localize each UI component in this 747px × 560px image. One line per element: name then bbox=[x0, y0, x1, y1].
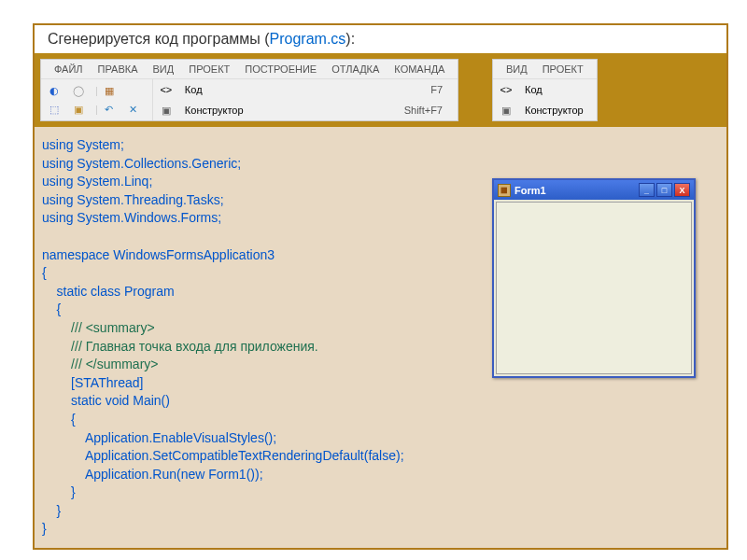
toolbar-row: ФАЙЛ ПРАВКА ВИД ПРОЕКТ ПОСТРОЕНИЕ ОТЛАДК… bbox=[35, 53, 726, 127]
new-file-icon[interactable]: ▦ bbox=[102, 83, 117, 98]
rtab-view[interactable]: ВИД bbox=[499, 62, 535, 77]
menu-code-shortcut: F7 bbox=[430, 84, 452, 95]
right-menu-box: ВИД ПРОЕКТ <> Код ▣ Конструктор bbox=[492, 59, 598, 121]
left-menu-box: ФАЙЛ ПРАВКА ВИД ПРОЕКТ ПОСТРОЕНИЕ ОТЛАДК… bbox=[40, 59, 458, 121]
title-text: Сгенерируется код программы ( bbox=[48, 31, 270, 47]
menu-code-label: Код bbox=[179, 82, 208, 97]
code-line: Application.SetCompatibleTextRenderingDe… bbox=[42, 448, 404, 463]
rcode-icon: <> bbox=[499, 82, 514, 97]
code-comment: /// <summary> bbox=[42, 320, 155, 335]
title-filename: Program.cs bbox=[270, 31, 346, 47]
code-line: } bbox=[42, 521, 47, 536]
code-line: Application.EnableVisualStyles(); bbox=[42, 430, 276, 445]
code-line: static void Main() bbox=[42, 393, 170, 408]
menu-item-designer[interactable]: ▣ Конструктор Shift+F7 bbox=[153, 100, 458, 120]
designer-icon: ▣ bbox=[159, 103, 174, 118]
code-line: using System.Threading.Tasks; bbox=[42, 192, 224, 207]
tab-file[interactable]: ФАЙЛ bbox=[47, 62, 91, 77]
code-line: using System.Linq; bbox=[42, 174, 152, 189]
code-line: { bbox=[42, 301, 61, 316]
rtab-project[interactable]: ПРОЕКТ bbox=[535, 62, 591, 77]
right-menu-tabs: ВИД ПРОЕКТ bbox=[493, 60, 597, 79]
tab-edit[interactable]: ПРАВКА bbox=[91, 62, 146, 77]
code-line: using System; bbox=[42, 137, 124, 152]
code-icon: <> bbox=[159, 82, 174, 97]
redo-icon[interactable]: ✕ bbox=[126, 102, 141, 117]
tab-team[interactable]: КОМАНДА bbox=[387, 62, 452, 77]
code-line: [STAThread] bbox=[42, 375, 143, 390]
open-icon[interactable]: ▣ bbox=[71, 102, 86, 117]
code-comment: /// Главная точка входа для приложения. bbox=[42, 339, 318, 354]
code-line: Application.Run(new Form1()); bbox=[42, 467, 263, 482]
menu-designer-shortcut: Shift+F7 bbox=[404, 105, 452, 116]
rdesigner-icon: ▣ bbox=[499, 103, 514, 118]
rmenu-designer-label: Конструктор bbox=[519, 103, 589, 118]
form-title-text: Form1 bbox=[514, 185, 546, 196]
nav-back-icon[interactable]: ◐ bbox=[47, 83, 62, 98]
code-line: } bbox=[42, 503, 61, 518]
menu-item-code[interactable]: <> Код F7 bbox=[153, 79, 458, 100]
code-line: { bbox=[42, 265, 47, 280]
nav-fwd-icon[interactable]: ◯ bbox=[71, 83, 86, 98]
code-line: using System.Windows.Forms; bbox=[42, 210, 221, 225]
menu-tabs: ФАЙЛ ПРАВКА ВИД ПРОЕКТ ПОСТРОЕНИЕ ОТЛАДК… bbox=[41, 60, 458, 79]
winform-titlebar[interactable]: ▦ Form1 _ □ X bbox=[494, 180, 694, 200]
minimize-button[interactable]: _ bbox=[639, 183, 655, 197]
page-title: Сгенерируется код программы (Program.cs)… bbox=[35, 25, 726, 53]
form-icon: ▦ bbox=[498, 184, 511, 197]
rmenu-item-designer[interactable]: ▣ Конструктор bbox=[493, 100, 597, 120]
menu-designer-label: Конструктор bbox=[179, 103, 249, 118]
code-line: } bbox=[42, 484, 76, 499]
winform-window[interactable]: ▦ Form1 _ □ X bbox=[492, 178, 696, 378]
tab-view[interactable]: ВИД bbox=[146, 62, 182, 77]
title-close: ): bbox=[345, 31, 355, 47]
winform-body[interactable] bbox=[496, 202, 692, 374]
code-line: { bbox=[42, 412, 76, 427]
maximize-button[interactable]: □ bbox=[656, 183, 672, 197]
tab-debug[interactable]: ОТЛАДКА bbox=[324, 62, 387, 77]
tab-build[interactable]: ПОСТРОЕНИЕ bbox=[237, 62, 324, 77]
form-preview-area: ▦ Form1 _ □ X bbox=[464, 127, 726, 548]
close-button[interactable]: X bbox=[674, 183, 690, 197]
rmenu-code-label: Код bbox=[519, 82, 548, 97]
code-line: namespace WindowsFormsApplication3 bbox=[42, 247, 275, 262]
content-row: using System; using System.Collections.G… bbox=[35, 127, 726, 548]
code-comment: /// </summary> bbox=[42, 357, 158, 371]
code-editor[interactable]: using System; using System.Collections.G… bbox=[35, 127, 464, 548]
code-line: static class Program bbox=[42, 284, 175, 299]
undo-icon[interactable]: ↶ bbox=[102, 102, 117, 117]
rmenu-item-code[interactable]: <> Код bbox=[493, 79, 597, 100]
save-icon[interactable]: ⬚ bbox=[47, 102, 62, 117]
code-line: using System.Collections.Generic; bbox=[42, 156, 241, 171]
tab-project[interactable]: ПРОЕКТ bbox=[181, 62, 237, 77]
